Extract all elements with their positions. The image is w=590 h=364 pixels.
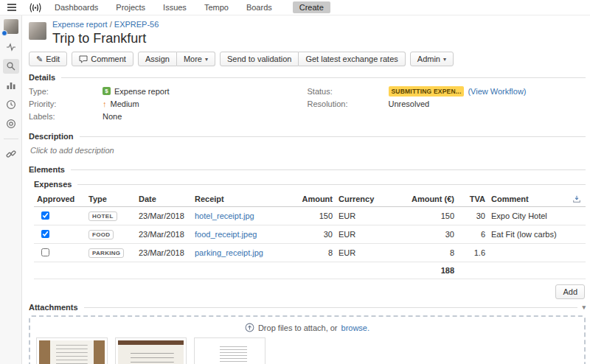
comment-button[interactable]: Comment xyxy=(72,52,133,66)
upload-icon xyxy=(245,323,254,332)
drop-files-text: Drop files to attach, or xyxy=(258,323,338,332)
add-expense-button[interactable]: Add xyxy=(555,284,585,299)
expenses-table: Approved Type Date Receipt Amount Curren… xyxy=(34,192,586,279)
nav-item-dashboards[interactable]: Dashboards xyxy=(46,3,107,12)
expense-tva: 6 xyxy=(457,225,488,244)
sidebar-divider xyxy=(4,139,18,139)
expense-date: 23/Mar/2018 xyxy=(136,207,192,225)
attachments-dropzone[interactable]: Drop files to attach, or browse. food_re… xyxy=(29,315,586,364)
send-to-validation-button[interactable]: Send to validation xyxy=(220,52,299,66)
attachments-options-chevron-icon[interactable]: ▾ xyxy=(582,304,586,311)
project-sidebar xyxy=(0,15,22,364)
expenses-total: 188 xyxy=(400,262,457,279)
expense-currency: EUR xyxy=(336,207,400,225)
expense-report-type-icon: $ xyxy=(103,87,111,95)
workflow-actions-group: Send to validation Get latest exchange r… xyxy=(220,52,406,66)
col-amount: Amount xyxy=(295,192,336,207)
status-badge: SUBMITTING EXPEN... xyxy=(389,86,465,97)
expense-row: PARKING 23/Mar/2018 parking_receipt.jpg … xyxy=(34,244,586,262)
attachment-card: hotel_receipt.jpg 42 minutes ago 66 kB xyxy=(115,337,187,364)
expense-type-badge: HOTEL xyxy=(88,211,117,221)
col-receipt: Receipt xyxy=(192,192,295,207)
assign-more-group: Assign More▾ xyxy=(138,52,215,66)
col-type: Type xyxy=(86,192,136,207)
receipt-link[interactable]: parking_receipt.jpg xyxy=(195,248,263,257)
expenses-header-row: Approved Type Date Receipt Amount Curren… xyxy=(34,192,586,207)
approved-checkbox[interactable] xyxy=(41,230,49,238)
details-section-header: Details xyxy=(29,73,586,82)
nav-item-issues[interactable]: Issues xyxy=(154,3,195,12)
expense-currency: EUR xyxy=(336,244,400,262)
expense-amount: 30 xyxy=(295,225,336,244)
releases-target-icon[interactable] xyxy=(3,116,19,131)
expense-tva: 1.6 xyxy=(457,244,488,262)
project-status-dot xyxy=(1,30,7,36)
resolution-label: Resolution: xyxy=(308,99,389,108)
receipt-link[interactable]: hotel_receipt.jpg xyxy=(195,211,254,220)
expense-amount-eur: 8 xyxy=(400,244,457,262)
col-approved: Approved xyxy=(34,192,86,207)
nav-item-projects[interactable]: Projects xyxy=(107,3,154,12)
get-exchange-rates-button[interactable]: Get latest exchange rates xyxy=(299,52,405,66)
more-button[interactable]: More▾ xyxy=(177,52,215,66)
breadcrumb-separator: / xyxy=(110,20,112,29)
attachment-thumbnail[interactable] xyxy=(115,337,187,364)
description-placeholder[interactable]: Click to add description xyxy=(30,146,586,155)
type-value: Expense report xyxy=(114,87,170,96)
attachment-thumbnail[interactable] xyxy=(194,337,266,364)
toolbar: ✎ Edit Comment Assign More▾ Send to vali… xyxy=(29,52,586,66)
col-comment: Comment xyxy=(488,192,569,207)
approved-checkbox[interactable] xyxy=(41,211,49,220)
export-download-icon[interactable] xyxy=(572,195,583,203)
issue-type-avatar xyxy=(29,22,46,40)
nav-item-tempo[interactable]: Tempo xyxy=(195,3,237,12)
elements-section-header: Elements xyxy=(29,165,586,174)
breadcrumb-issue-link[interactable]: EXPREP-56 xyxy=(114,20,159,29)
attachment-card: food_receipt.jpeg 42 minutes ago 39 kB xyxy=(36,337,108,364)
links-chain-icon[interactable] xyxy=(3,147,19,161)
status-label: Status: xyxy=(308,87,389,96)
expenses-block: Expenses Approved Type Date Receipt Amou… xyxy=(34,180,586,299)
approved-checkbox[interactable] xyxy=(41,248,49,256)
priority-medium-arrow-icon: ↑ xyxy=(103,99,107,108)
reports-bar-chart-icon[interactable] xyxy=(3,78,19,93)
app-logo-icon[interactable] xyxy=(28,3,43,13)
col-date: Date xyxy=(136,192,192,207)
search-icon[interactable] xyxy=(3,59,19,74)
expenses-total-row: 188 xyxy=(34,262,586,279)
description-section-header: Description xyxy=(29,132,586,141)
expenses-section-header: Expenses xyxy=(34,180,586,189)
expense-date: 23/Mar/2018 xyxy=(136,244,192,262)
chevron-down-icon: ▾ xyxy=(205,56,208,63)
col-tva: TVA xyxy=(457,192,488,207)
attachment-thumbnail[interactable] xyxy=(36,337,108,364)
assign-button[interactable]: Assign xyxy=(138,52,177,66)
col-currency: Currency xyxy=(336,192,400,207)
chevron-down-icon: ▾ xyxy=(443,56,446,63)
issue-main-panel: Expense report / EXPREP-56 Trip to Frank… xyxy=(22,15,590,364)
admin-button[interactable]: Admin▾ xyxy=(410,52,454,66)
expense-type-badge: FOOD xyxy=(88,230,114,239)
clock-icon[interactable] xyxy=(3,97,19,112)
expense-amount-eur: 150 xyxy=(400,207,457,225)
breadcrumb-project-link[interactable]: Expense report xyxy=(52,20,108,29)
attachments-section-header: Attachments ▾ xyxy=(29,303,586,312)
nav-item-boards[interactable]: Boards xyxy=(237,3,281,12)
hamburger-menu-icon[interactable] xyxy=(7,4,16,5)
labels-value: None xyxy=(103,112,122,121)
expense-amount: 150 xyxy=(295,207,336,225)
view-workflow-link[interactable]: (View Workflow) xyxy=(468,87,526,96)
project-avatar[interactable] xyxy=(4,19,18,34)
expense-currency: EUR xyxy=(336,225,400,244)
receipt-link[interactable]: food_receipt.jpeg xyxy=(195,230,257,239)
priority-label: Priority: xyxy=(29,99,103,108)
expense-comment: Expo City Hotel xyxy=(488,207,569,225)
attachment-card: parking_receipt.jpg 39 minutes ago 20 kB xyxy=(194,337,266,364)
activity-pulse-icon[interactable] xyxy=(3,40,19,55)
edit-button[interactable]: ✎ Edit xyxy=(29,52,67,66)
expense-row: HOTEL 23/Mar/2018 hotel_receipt.jpg 150 … xyxy=(34,207,586,225)
create-button[interactable]: Create xyxy=(293,1,330,13)
browse-link[interactable]: browse. xyxy=(341,323,370,332)
export-column-header xyxy=(569,192,586,207)
expense-date: 23/Mar/2018 xyxy=(136,225,192,244)
